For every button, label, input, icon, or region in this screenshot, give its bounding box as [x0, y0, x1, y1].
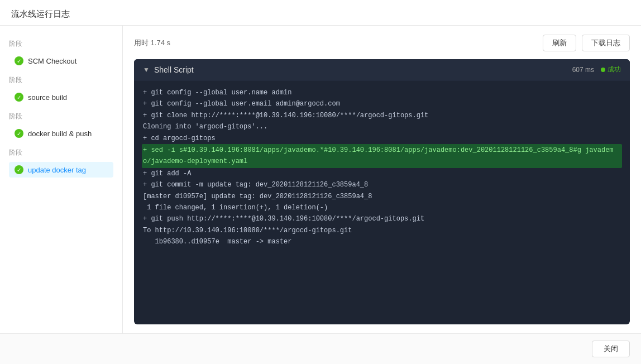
refresh-button[interactable]: 刷新	[543, 35, 576, 51]
success-badge: 成功	[601, 65, 621, 74]
log-header: ▼ Shell Script 607 ms 成功	[134, 59, 630, 80]
stage-item-label: source build	[28, 93, 67, 102]
stage-success-icon	[15, 165, 23, 174]
stage-label: 阶段	[9, 75, 113, 85]
stage-item-label: docker build & push	[28, 130, 92, 138]
log-line: To http://10.39.140.196:10080/****/argoc…	[143, 225, 621, 236]
stage-success-icon	[15, 129, 23, 138]
download-log-button[interactable]: 下载日志	[582, 35, 630, 51]
log-line: + git config --global user.name admin	[143, 87, 621, 98]
stage-item-label: update docker tag	[28, 166, 86, 174]
success-dot-icon	[601, 68, 605, 72]
success-label: 成功	[607, 65, 621, 74]
log-line: + git add -A	[143, 168, 621, 179]
log-line: Cloning into 'argocd-gitops'...	[143, 121, 621, 132]
page-title: 流水线运行日志	[11, 9, 70, 18]
stage-label: 阶段	[9, 112, 113, 121]
stage-success-icon	[15, 56, 23, 65]
log-line: + git config --global user.email admin@a…	[143, 98, 621, 109]
log-line: + git clone http://****:****@10.39.140.1…	[143, 110, 621, 121]
log-line: 1b96380..d10957e master -> master	[143, 236, 621, 247]
sidebar-stage-item[interactable]: docker build & push	[9, 126, 113, 141]
log-script-title: Shell Script	[154, 65, 194, 74]
stage-section: 阶段docker build & push	[9, 112, 113, 141]
stage-section: 阶段update docker tag	[9, 148, 113, 178]
log-line: + git commit -m update tag: dev_20201128…	[143, 179, 621, 190]
stage-success-icon	[15, 93, 23, 102]
sidebar-stage-item[interactable]: SCM Checkout	[9, 53, 113, 69]
log-line: 1 file changed, 1 insertion(+), 1 deleti…	[143, 202, 621, 213]
panel-toolbar: 用时 1.74 s 刷新 下载日志	[134, 35, 630, 51]
log-panel: ▼ Shell Script 607 ms 成功 + git config --…	[134, 59, 630, 324]
stage-section: 阶段source build	[9, 75, 113, 105]
sidebar: 阶段SCM Checkout阶段source build阶段docker bui…	[0, 26, 123, 333]
log-line: + sed -i s#10.39.140.196:8081/apps/javad…	[142, 144, 622, 168]
stage-item-label: SCM Checkout	[28, 57, 76, 65]
footer: 关闭	[0, 333, 641, 364]
stage-section: 阶段SCM Checkout	[9, 39, 113, 69]
close-button[interactable]: 关闭	[592, 341, 630, 357]
right-panel: 用时 1.74 s 刷新 下载日志 ▼ Shell Script 607 ms	[123, 26, 641, 333]
log-duration: 607 ms	[572, 66, 594, 74]
log-line: + cd argocd-gitops	[143, 133, 621, 144]
log-line: [master d10957e] update tag: dev_2020112…	[143, 191, 621, 202]
sidebar-stage-item[interactable]: source build	[9, 89, 113, 105]
sidebar-stage-item[interactable]: update docker tag	[9, 162, 113, 178]
collapse-arrow-icon[interactable]: ▼	[143, 66, 150, 74]
log-body: + git config --global user.name admin + …	[134, 80, 630, 324]
duration-text: 用时 1.74 s	[134, 38, 170, 48]
stage-label: 阶段	[9, 39, 113, 49]
toolbar-buttons: 刷新 下载日志	[543, 35, 630, 51]
stage-label: 阶段	[9, 148, 113, 157]
log-line: + git push http://****:****@10.39.140.19…	[143, 213, 621, 224]
